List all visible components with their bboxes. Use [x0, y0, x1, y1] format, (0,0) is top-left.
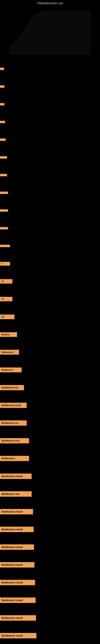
bottleneck-item [0, 202, 100, 219]
bottleneck-label [0, 245, 10, 247]
bottleneck-label [0, 156, 7, 158]
bottleneck-label [0, 227, 8, 230]
bottleneck-label: Bottleneck result [0, 527, 34, 532]
bottleneck-item: Bottleneck result [0, 609, 100, 627]
bottleneck-item: Bottleneck res [0, 414, 100, 432]
bottleneck-item: Bottleneck [0, 361, 100, 379]
bottleneck-item: Bottleneck r [0, 450, 100, 467]
site-title-container: TheBottlenecker.com [0, 0, 100, 6]
bottleneck-item: Bottleneck result [0, 467, 100, 485]
bottleneck-item: Bottleneck result [0, 627, 100, 644]
bottleneck-item [0, 166, 100, 184]
bottleneck-label [0, 192, 8, 194]
bottleneck-item: Bo [0, 290, 100, 308]
bottleneck-item [0, 219, 100, 237]
bottleneck-label: Bottleneck result [0, 633, 36, 638]
bottleneck-label: B [0, 262, 10, 266]
bottleneck-item [0, 131, 100, 148]
bottleneck-label: Bo [0, 314, 14, 319]
bottleneck-label [0, 103, 4, 106]
bottleneck-label [0, 174, 7, 176]
bottleneck-label [0, 68, 4, 70]
bottleneck-item [0, 184, 100, 202]
bottleneck-item: Bottlene [0, 326, 100, 343]
bottleneck-item [0, 237, 100, 255]
bottleneck-label: Bottleneck result [0, 562, 34, 568]
bottleneck-label: Bo [0, 297, 12, 301]
bottleneck-item: Bottleneck result [0, 520, 100, 538]
bottleneck-label: Bottleneck result [0, 598, 36, 603]
bottleneck-label: Bottlene [0, 332, 17, 337]
bottleneck-label: Bo [0, 279, 12, 284]
bottleneck-label [0, 121, 5, 123]
bottleneck-label: Bottleneck result [0, 544, 34, 550]
bottleneck-item: Bottleneck result [0, 556, 100, 574]
bottleneck-label: Bottleneck res [0, 385, 24, 390]
site-title: TheBottlenecker.com [0, 0, 100, 6]
bottleneck-item [0, 113, 100, 131]
bottleneck-items-container: BBoBoBoBottleneBottleneck rBottleneckBot… [0, 58, 100, 644]
bottleneck-label: Bottleneck res [0, 491, 32, 497]
bottleneck-item [0, 78, 100, 96]
bottleneck-label: Bottleneck [0, 368, 22, 372]
bottleneck-item [0, 60, 100, 78]
bottleneck-item: Bottleneck resu [0, 432, 100, 450]
bottleneck-label: Bottleneck r [0, 456, 29, 461]
bottleneck-item [0, 96, 100, 113]
bottleneck-label: Bottleneck result [0, 509, 33, 514]
bottleneck-label: Bottleneck res [0, 420, 27, 426]
bottleneck-label [0, 85, 4, 88]
bottleneck-label: Bottleneck r [0, 350, 19, 354]
bottleneck-item: Bo [0, 308, 100, 326]
bottleneck-item: B [0, 255, 100, 272]
bottleneck-item: Bo [0, 272, 100, 290]
bottleneck-label: Bottleneck resu [0, 438, 29, 443]
bottleneck-item: Bottleneck result [0, 574, 100, 591]
bottleneck-item: Bottleneck result [0, 538, 100, 556]
bottleneck-label: Bottleneck result [0, 403, 27, 408]
bottleneck-item [0, 148, 100, 166]
bottleneck-label [0, 209, 8, 212]
chart-area [4, 6, 96, 58]
bottleneck-item: Bottleneck res [0, 485, 100, 503]
bottleneck-item: Bottleneck res [0, 379, 100, 396]
bottleneck-item: Bottleneck r [0, 343, 100, 361]
bottleneck-item: Bottleneck result [0, 396, 100, 414]
chart-svg [4, 6, 96, 58]
bottleneck-item: Bottleneck result [0, 503, 100, 520]
bottleneck-label: Bottleneck result [0, 474, 32, 479]
bottleneck-label: Bottleneck result [0, 615, 36, 621]
bottleneck-label: Bottleneck result [0, 580, 35, 585]
bottleneck-item: Bottleneck result [0, 591, 100, 609]
bottleneck-label [0, 138, 6, 141]
